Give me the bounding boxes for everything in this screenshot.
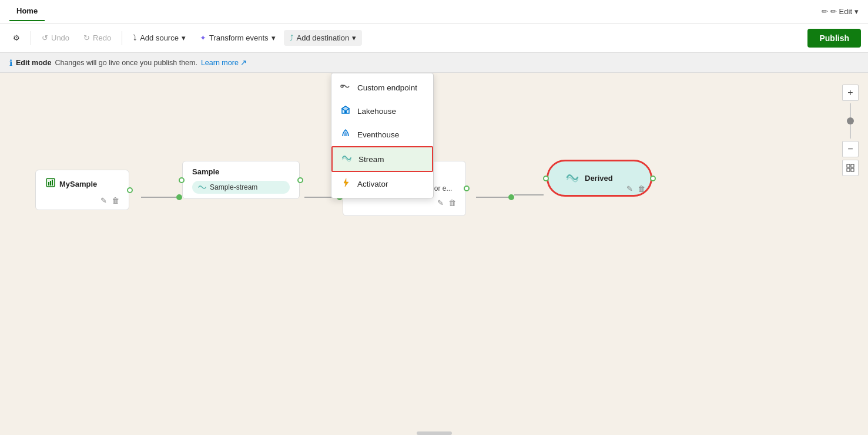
svg-rect-3: [48, 182, 49, 186]
toolbar: ⚙ ↺ Undo ↻ Redo ⤵ Add source ▾ ✦ Transfo…: [0, 23, 868, 53]
derived-edit-icon[interactable]: ✎: [626, 184, 633, 193]
mysample-delete-icon[interactable]: 🗑: [112, 196, 119, 205]
dropdown-item-activator[interactable]: Activator: [331, 172, 433, 195]
dropdown-item-lakehouse[interactable]: Lakehouse: [331, 99, 433, 123]
sample-left-connector: [179, 177, 185, 183]
eventhouse-label: Eventhouse: [357, 130, 399, 139]
edit-chevron-icon: ▾: [854, 7, 859, 16]
toolbar-separator-1: [31, 31, 31, 45]
filter-edit-icon[interactable]: ✎: [437, 198, 444, 207]
tab-home[interactable]: Home: [9, 2, 45, 21]
derived-right-connector: [650, 176, 656, 181]
dropdown-item-stream[interactable]: Stream: [331, 146, 433, 172]
sample-node: Sample Sample-stream: [182, 161, 300, 199]
mysample-actions: ✎ 🗑: [45, 196, 119, 205]
svg-rect-9: [851, 168, 854, 171]
add-destination-dropdown: Custom endpoint Lakehouse Eventhouse: [331, 73, 434, 198]
svg-rect-1: [344, 111, 347, 113]
add-destination-button[interactable]: ⤴ Add destination ▾: [284, 30, 363, 46]
publish-button[interactable]: Publish: [807, 29, 861, 48]
canvas: Custom endpoint Lakehouse Eventhouse: [0, 73, 868, 435]
edit-button[interactable]: ✏ ✏ Edit ▾: [822, 7, 859, 16]
connector-3-left-dot: [508, 194, 514, 200]
zoom-controls: + −: [842, 85, 859, 176]
redo-icon: ↻: [83, 33, 90, 42]
derived-delete-icon[interactable]: 🗑: [638, 184, 645, 193]
edit-mode-label: Edit mode: [16, 59, 51, 67]
zoom-in-button[interactable]: +: [842, 85, 859, 101]
eventhouse-icon: [340, 128, 351, 141]
add-source-button[interactable]: ⤵ Add source ▾: [127, 30, 192, 46]
svg-rect-10: [847, 168, 850, 171]
mysample-node: MySample ✎ 🗑: [35, 170, 129, 210]
redo-button[interactable]: ↻ Redo: [78, 30, 117, 46]
derived-title: Derived: [585, 174, 613, 183]
scroll-indicator: [417, 431, 452, 435]
zoom-out-button[interactable]: −: [842, 141, 859, 157]
info-icon: ℹ: [9, 58, 12, 68]
transform-events-label: Transform events: [209, 33, 269, 42]
top-navigation: Home ✏ ✏ Edit ▾: [0, 0, 868, 23]
add-destination-label: Add destination: [297, 33, 350, 42]
zoom-slider-track: [850, 103, 851, 139]
stream-label: Stream: [358, 155, 384, 164]
settings-button[interactable]: ⚙: [7, 30, 26, 46]
transform-events-button[interactable]: ✦ Transform events ▾: [194, 30, 281, 46]
svg-rect-11: [851, 164, 854, 167]
toolbar-separator-2: [122, 31, 122, 45]
lakehouse-label: Lakehouse: [357, 107, 396, 116]
settings-icon: ⚙: [13, 33, 20, 42]
edit-label: ✏ Edit: [830, 7, 852, 16]
add-destination-icon: ⤴: [290, 33, 294, 42]
connector-1: [141, 194, 182, 200]
zoom-slider-handle[interactable]: [847, 117, 854, 124]
derived-left-connector: [543, 176, 549, 181]
edit-mode-description: Changes will go live once you publish th…: [55, 59, 197, 67]
mysample-edit-icon[interactable]: ✎: [100, 196, 107, 205]
filter-right-connector: [464, 186, 470, 191]
mysample-icon: [45, 177, 56, 190]
dropdown-item-custom-endpoint[interactable]: Custom endpoint: [331, 76, 433, 99]
derived-stream-icon: [566, 171, 579, 186]
svg-rect-8: [847, 164, 850, 167]
derived-node: Derived ✎ 🗑: [547, 160, 652, 197]
add-source-icon: ⤵: [133, 33, 137, 42]
filter-delete-icon[interactable]: 🗑: [448, 198, 456, 207]
undo-label: Undo: [51, 33, 69, 42]
add-source-chevron-icon: ▾: [182, 33, 186, 42]
activator-icon: [340, 177, 351, 190]
sample-right-connector: [297, 177, 303, 183]
sample-title: Sample: [192, 167, 290, 176]
stream-icon: [341, 153, 353, 166]
connector-3: [476, 194, 514, 200]
dropdown-item-eventhouse[interactable]: Eventhouse: [331, 123, 433, 146]
learn-more-link[interactable]: Learn more ↗: [201, 58, 247, 67]
mysample-title: MySample: [59, 180, 97, 188]
connector-3b: [514, 194, 544, 195]
zoom-fit-button[interactable]: [842, 160, 859, 176]
mysample-right-connector: [127, 187, 133, 193]
svg-rect-4: [50, 181, 51, 186]
svg-rect-5: [52, 180, 53, 186]
activator-label: Activator: [357, 180, 388, 188]
connector-1-dot: [176, 194, 182, 200]
undo-button[interactable]: ↺ Undo: [36, 30, 75, 46]
transform-events-icon: ✦: [200, 33, 206, 42]
add-destination-chevron-icon: ▾: [352, 33, 356, 42]
custom-endpoint-icon: [340, 81, 351, 94]
undo-icon: ↺: [42, 33, 48, 42]
sample-subtitle: Sample-stream: [192, 181, 290, 194]
redo-label: Redo: [93, 33, 111, 42]
transform-events-chevron-icon: ▾: [272, 33, 276, 42]
filter-actions: ✎ 🗑: [353, 198, 456, 207]
derived-actions: ✎ 🗑: [626, 184, 645, 193]
custom-endpoint-label: Custom endpoint: [357, 83, 417, 92]
sample-stream-label: Sample-stream: [210, 183, 257, 191]
edit-mode-bar: ℹ Edit mode Changes will go live once yo…: [0, 53, 868, 73]
add-source-label: Add source: [140, 33, 179, 42]
edit-pencil-icon: ✏: [822, 7, 828, 16]
lakehouse-icon: [340, 104, 351, 117]
